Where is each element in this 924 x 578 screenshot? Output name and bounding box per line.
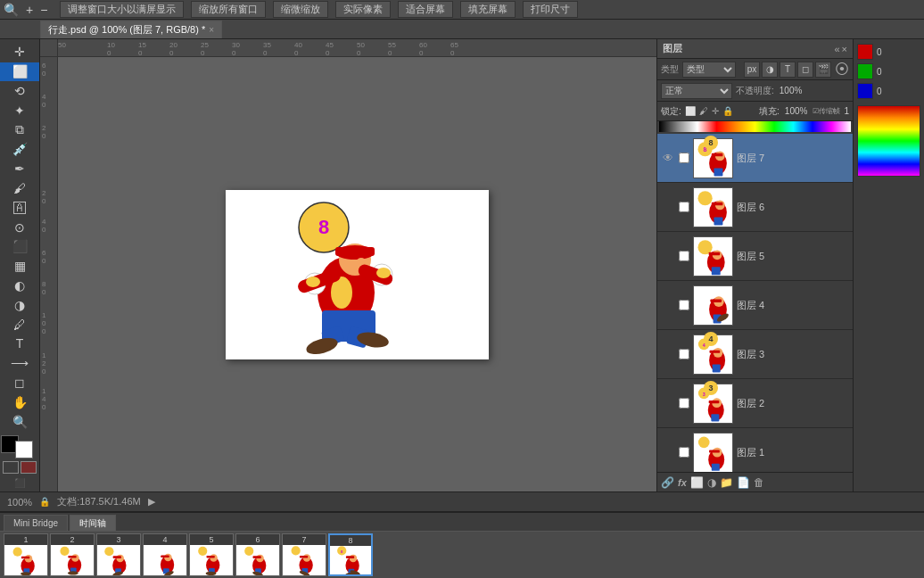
frame-cell-7[interactable]: 7 <box>282 533 326 576</box>
quick-mask-mode[interactable] <box>21 461 37 474</box>
frame-cell-2[interactable]: 2 <box>50 533 95 576</box>
zoom-tool[interactable]: 🔍 <box>0 412 39 431</box>
layer-check-5[interactable] <box>679 251 689 261</box>
zoom-out-icon[interactable]: − <box>40 3 47 17</box>
animation-tab[interactable]: 时间轴 <box>70 515 116 531</box>
layers-panel-collapse[interactable]: « <box>834 44 839 54</box>
fit-window-button[interactable]: 调整窗口大小以满屏显示 <box>60 1 184 18</box>
layer-mask-icon[interactable]: ⬜ <box>690 476 704 489</box>
clone-tool[interactable]: 🄰 <box>0 198 39 217</box>
layer-eye-6[interactable]: 👁 <box>661 200 675 214</box>
zoom-in-icon[interactable]: + <box>26 3 33 17</box>
layer-name-5: 图层 5 <box>737 250 849 263</box>
layers-panel-close[interactable]: × <box>842 44 847 54</box>
lock-image-icon[interactable]: 🖌 <box>699 106 708 116</box>
layer-folder-icon[interactable]: 📁 <box>720 476 733 489</box>
active-tab[interactable]: 行走.psd @ 100% (图层 7, RGB/8) * × <box>40 21 222 38</box>
filter-adjustment-btn[interactable]: ◑ <box>762 62 778 78</box>
frame-preview-4 <box>144 545 186 575</box>
layer-new-icon[interactable]: 📄 <box>737 476 750 489</box>
spot-heal-tool[interactable]: ✒ <box>0 160 39 178</box>
layer-delete-icon[interactable]: 🗑 <box>754 476 764 489</box>
layer-row-1[interactable]: 👁 图层 1 <box>657 428 853 472</box>
filter-label: 类型 <box>661 63 679 76</box>
color-swatch-blue[interactable] <box>857 83 873 99</box>
layer-eye-1[interactable]: 👁 <box>661 445 675 459</box>
type-tool[interactable]: T <box>0 334 39 353</box>
zoom-icon: 🔍 <box>4 3 19 17</box>
print-size-button[interactable]: 打印尺寸 <box>523 1 578 18</box>
history-brush-tool[interactable]: ⊙ <box>0 218 39 236</box>
layer-link-icon[interactable]: 🔗 <box>661 476 674 489</box>
brush-tool[interactable]: 🖌 <box>0 179 39 198</box>
lasso-tool[interactable]: ⟲ <box>0 82 39 101</box>
layer-eye-3[interactable]: 👁 <box>661 347 675 361</box>
layer-row-4[interactable]: 👁 图层 4 <box>657 281 853 330</box>
layer-eye-7[interactable]: 👁 <box>661 151 675 165</box>
layer-check-7[interactable] <box>679 153 689 163</box>
filter-pixel-btn[interactable]: px <box>744 62 760 78</box>
filter-smart-btn[interactable]: 🎬 <box>815 62 831 78</box>
layer-eye-2[interactable]: 👁 <box>661 396 675 410</box>
color-swatch-green[interactable] <box>857 63 873 79</box>
crop-tool[interactable]: ⧉ <box>0 120 39 139</box>
frame-cell-1[interactable]: 1 <box>4 533 48 576</box>
fill-screen-button[interactable]: 填充屏幕 <box>460 1 516 18</box>
color-spectrum-bar[interactable] <box>857 105 920 177</box>
filter-toggle[interactable]: ⦿ <box>835 62 849 78</box>
frame-cell-5[interactable]: 5 <box>189 533 234 576</box>
layer-name-3: 图层 3 <box>737 348 849 361</box>
layer-row-3[interactable]: 👁 4 4 图层 3 <box>657 330 853 379</box>
filter-type-select[interactable]: 类型 <box>682 62 736 78</box>
layer-row-7[interactable]: 👁 8 8 图层 7 <box>657 134 853 183</box>
layer-row-5[interactable]: 👁 图层 5 <box>657 232 853 281</box>
frame-cell-6[interactable]: 6 <box>235 533 280 576</box>
lock-all-icon[interactable]: 🔒 <box>722 106 733 116</box>
layer-eye-4[interactable]: 👁 <box>661 298 675 312</box>
eyedropper-tool[interactable]: 💉 <box>0 140 39 159</box>
shape-tool[interactable]: ◻ <box>0 374 39 392</box>
move-tool[interactable]: ✛ <box>0 43 39 62</box>
layer-check-3[interactable] <box>679 349 689 359</box>
dodge-tool[interactable]: ◑ <box>0 295 39 314</box>
doc-arrow[interactable]: ▶ <box>148 496 155 508</box>
gradient-tool[interactable]: ▦ <box>0 257 39 276</box>
tab-close-button[interactable]: × <box>209 25 214 35</box>
layer-row-2[interactable]: 👁 3 3 图层 2 <box>657 379 853 428</box>
wand-tool[interactable]: ✦ <box>0 101 39 120</box>
mini-bridge-tab[interactable]: Mini Bridge <box>4 515 68 531</box>
layer-check-1[interactable] <box>679 447 689 458</box>
frame-cell-8[interactable]: 8 8 <box>328 533 373 576</box>
lock-transparent-icon[interactable]: ⬜ <box>685 106 696 116</box>
blend-mode-select[interactable]: 正常 <box>661 83 732 99</box>
standard-mode[interactable] <box>3 461 19 474</box>
lock-position-icon[interactable]: ✛ <box>712 106 719 116</box>
animate-checkbox[interactable]: ☑传缩帧 <box>813 106 840 116</box>
color-swatch-red[interactable] <box>857 44 873 60</box>
layer-check-4[interactable] <box>679 300 689 310</box>
path-select-tool[interactable]: ⟶ <box>0 354 39 373</box>
hand-tool[interactable]: ✋ <box>0 392 39 411</box>
eraser-tool[interactable]: ⬛ <box>0 237 39 256</box>
layer-check-2[interactable] <box>679 398 689 409</box>
actual-pixels-button[interactable]: 实际像素 <box>335 1 391 18</box>
svg-rect-56 <box>712 463 720 470</box>
marquee-tool[interactable]: ⬜ <box>0 62 39 81</box>
blur-tool[interactable]: ◐ <box>0 277 39 295</box>
scale-zoom-button[interactable]: 缩微缩放 <box>273 1 328 18</box>
screen-mode[interactable]: ⬛ <box>14 478 25 488</box>
layer-check-6[interactable] <box>679 202 689 212</box>
filter-shape-btn[interactable]: ◻ <box>797 62 813 78</box>
fit-screen-button[interactable]: 适合屏幕 <box>398 1 453 18</box>
layer-row-6[interactable]: 👁 图层 6 <box>657 183 853 232</box>
layer-fx-icon[interactable]: fx <box>678 477 687 488</box>
pen-tool[interactable]: 🖊 <box>0 315 39 334</box>
all-windows-button[interactable]: 缩放所有窗口 <box>191 1 266 18</box>
filter-type-btn[interactable]: T <box>780 62 796 78</box>
layer-eye-5[interactable]: 👁 <box>661 249 675 263</box>
frame-cell-3[interactable]: 3 <box>96 533 141 576</box>
frame-cell-4[interactable]: 4 <box>143 533 187 576</box>
layers-list[interactable]: 👁 8 8 图层 7 👁 <box>657 134 853 472</box>
layer-adjustment-icon[interactable]: ◑ <box>707 476 716 489</box>
background-color[interactable] <box>15 441 33 458</box>
